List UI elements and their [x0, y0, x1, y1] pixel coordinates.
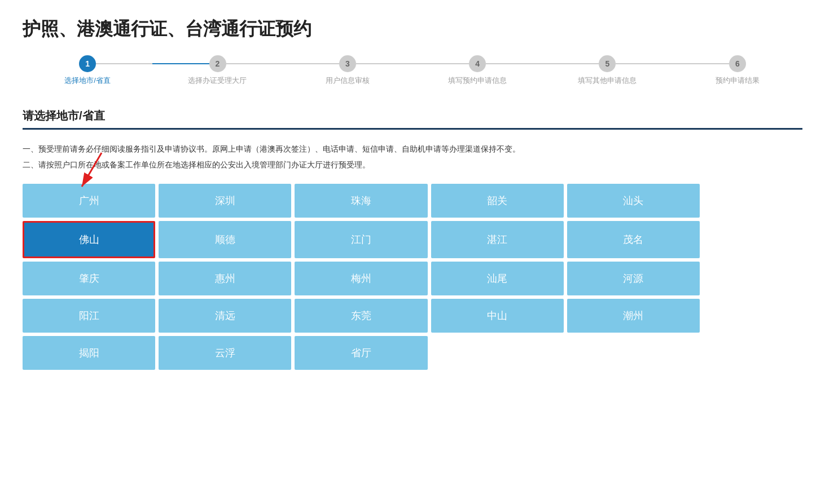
- city-btn-广州[interactable]: 广州: [23, 184, 155, 218]
- step-5: 5填写其他申请信息: [542, 55, 672, 86]
- steps-container: 1选择地市/省直2选择办证受理大厅3用户信息审核4填写预约申请信息5填写其他申请…: [23, 55, 802, 86]
- page-title: 护照、港澳通行证、台湾通行证预约: [23, 17, 802, 42]
- city-btn-珠海[interactable]: 珠海: [295, 184, 427, 218]
- city-btn-佛山[interactable]: 佛山: [23, 221, 155, 258]
- city-btn-河源[interactable]: 河源: [567, 262, 700, 295]
- step-label-5: 填写其他申请信息: [578, 76, 637, 86]
- step-label-3: 用户信息审核: [326, 76, 370, 86]
- instruction-line-2: 二、请按照户口所在地或备案工作单位所在地选择相应的公安出入境管理部门办证大厅进行…: [23, 157, 802, 173]
- step-circle-4: 4: [469, 55, 486, 72]
- city-btn-东莞[interactable]: 东莞: [295, 299, 427, 333]
- step-circle-1: 1: [79, 55, 96, 72]
- city-btn-揭阳[interactable]: 揭阳: [23, 336, 155, 370]
- city-grid-wrapper: 广州深圳珠海韶关汕头佛山顺德江门湛江茂名肇庆惠州梅州汕尾河源阳江清远东莞中山潮州…: [23, 184, 802, 370]
- city-btn-湛江[interactable]: 湛江: [431, 221, 564, 258]
- step-circle-3: 3: [339, 55, 356, 72]
- step-label-6: 预约申请结果: [716, 76, 760, 86]
- step-label-2: 选择办证受理大厅: [188, 76, 247, 86]
- city-btn-韶关[interactable]: 韶关: [431, 184, 564, 218]
- city-btn-阳江[interactable]: 阳江: [23, 299, 155, 333]
- city-btn-梅州[interactable]: 梅州: [295, 262, 427, 295]
- city-btn-顺德[interactable]: 顺德: [159, 221, 291, 258]
- city-btn-深圳[interactable]: 深圳: [159, 184, 291, 218]
- city-grid: 广州深圳珠海韶关汕头佛山顺德江门湛江茂名肇庆惠州梅州汕尾河源阳江清远东莞中山潮州…: [23, 184, 700, 370]
- step-3: 3用户信息审核: [283, 55, 412, 86]
- city-btn-肇庆[interactable]: 肇庆: [23, 262, 155, 295]
- step-6: 6预约申请结果: [673, 55, 802, 86]
- step-1: 1选择地市/省直: [23, 55, 152, 86]
- step-circle-2: 2: [209, 55, 226, 72]
- instructions: 一、预受理前请务必仔细阅读服务指引及申请协议书。原网上申请（港澳再次签注）、电话…: [23, 141, 802, 173]
- city-btn-中山[interactable]: 中山: [431, 299, 564, 333]
- city-btn-茂名[interactable]: 茂名: [567, 221, 700, 258]
- step-2: 2选择办证受理大厅: [152, 55, 282, 86]
- city-btn-汕尾[interactable]: 汕尾: [431, 262, 564, 295]
- step-label-4: 填写预约申请信息: [448, 76, 507, 86]
- city-btn-惠州[interactable]: 惠州: [159, 262, 291, 295]
- city-btn-江门[interactable]: 江门: [295, 221, 427, 258]
- city-btn-汕头[interactable]: 汕头: [567, 184, 700, 218]
- section-title: 请选择地市/省直: [23, 108, 802, 130]
- city-btn-潮州[interactable]: 潮州: [567, 299, 700, 333]
- step-4: 4填写预约申请信息: [412, 55, 542, 86]
- step-circle-5: 5: [599, 55, 616, 72]
- step-circle-6: 6: [729, 55, 746, 72]
- city-btn-省厅[interactable]: 省厅: [295, 336, 427, 370]
- city-btn-云浮[interactable]: 云浮: [159, 336, 291, 370]
- city-btn-清远[interactable]: 清远: [159, 299, 291, 333]
- step-label-1: 选择地市/省直: [64, 76, 111, 86]
- instruction-line-1: 一、预受理前请务必仔细阅读服务指引及申请协议书。原网上申请（港澳再次签注）、电话…: [23, 141, 802, 157]
